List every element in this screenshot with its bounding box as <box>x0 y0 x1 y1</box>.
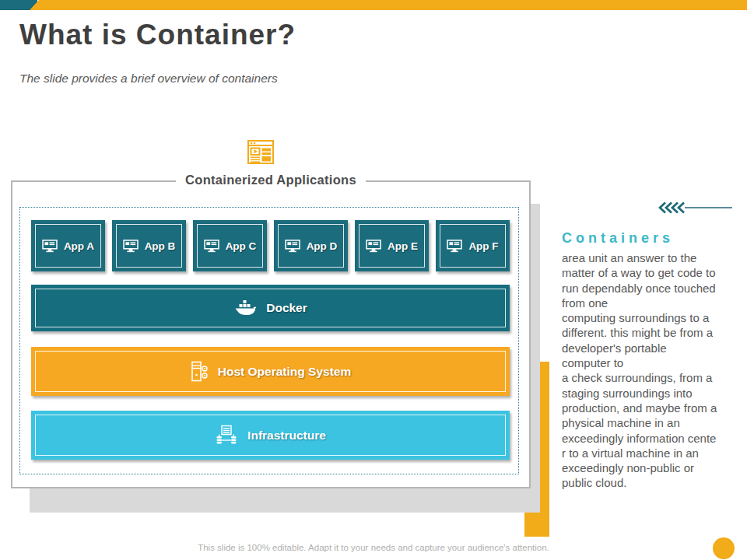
corner-dot <box>713 537 735 559</box>
app-box-d: App D <box>274 220 348 271</box>
server-gears-icon <box>190 361 209 383</box>
host-os-layer: Host Operating System <box>31 347 510 396</box>
monitor-icon <box>285 240 301 253</box>
browser-play-icon <box>246 137 275 166</box>
monitor-icon <box>447 240 463 253</box>
monitor-icon <box>123 240 139 253</box>
app-label: App D <box>307 240 338 252</box>
infrastructure-layer: Infrastructure <box>31 411 510 460</box>
diagram-legend: Containerized Applications <box>176 173 366 187</box>
monitor-icon <box>366 240 382 253</box>
docker-whale-icon <box>233 299 257 318</box>
app-box-b: App B <box>112 220 186 271</box>
infrastructure-label: Infrastructure <box>247 429 326 443</box>
app-box-f: App F <box>436 220 510 271</box>
app-label: App B <box>145 240 176 252</box>
app-box-a: App A <box>31 220 105 271</box>
app-label: App E <box>388 240 418 252</box>
containerized-applications-box: Containerized Applications App A <box>11 180 531 488</box>
app-box-e: App E <box>355 220 429 271</box>
topbar-yellow-segment <box>30 0 747 10</box>
page-title: What is Container? <box>19 19 296 51</box>
docker-layer: Docker <box>31 285 510 331</box>
chevrons-left-icon <box>658 201 733 214</box>
monitor-icon <box>204 240 220 253</box>
footer-note: This slide is 100% editable. Adapt it to… <box>0 543 747 552</box>
page-subtitle: The slide provides a brief overview of c… <box>19 72 278 86</box>
apps-row: App A App B <box>31 220 510 271</box>
sidebar-heading: Containers <box>562 230 674 247</box>
monitor-icon <box>42 240 58 253</box>
server-stack-icon <box>215 425 238 446</box>
app-label: App A <box>64 240 94 252</box>
slide: What is Container? The slide provides a … <box>0 0 747 560</box>
app-label: App F <box>468 240 498 252</box>
docker-label: Docker <box>266 301 307 315</box>
sidebar-body-text: area unit an answer to the matter of a w… <box>562 250 739 491</box>
app-label: App C <box>226 240 257 252</box>
host-os-label: Host Operating System <box>218 365 351 379</box>
app-box-c: App C <box>193 220 267 271</box>
